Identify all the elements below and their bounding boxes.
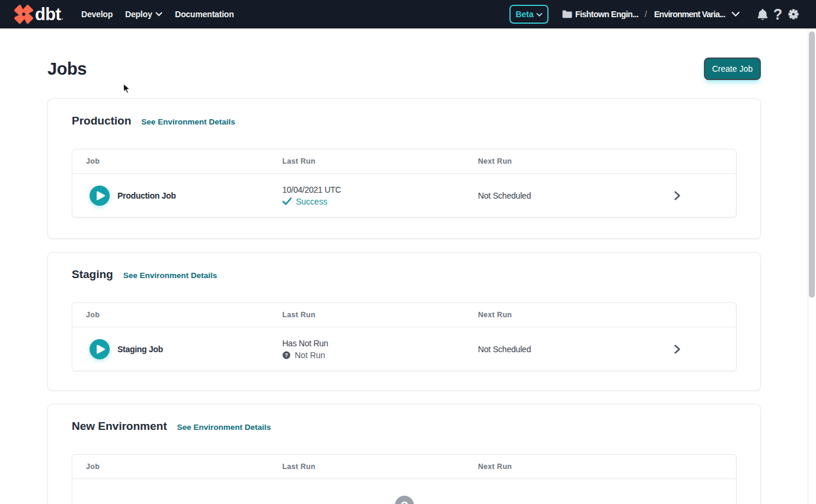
svg-text:?: ?	[400, 499, 408, 504]
svg-text:?: ?	[285, 352, 288, 358]
